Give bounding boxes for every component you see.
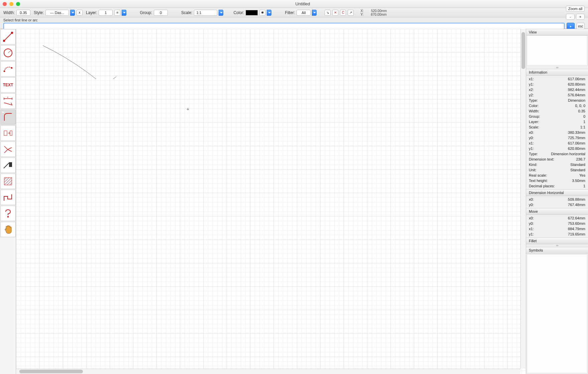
svg-point-2 [11, 32, 13, 34]
panel-resize-handle[interactable] [526, 244, 588, 247]
snap-endpoint-icon[interactable]: ↘ [325, 10, 331, 16]
chevron-down-icon[interactable] [312, 10, 317, 16]
command-row: Select first line or arc ▸ esc [0, 17, 588, 29]
crosshair-cursor-icon: + [187, 106, 189, 112]
coord-x-value: 520.00mm [371, 9, 387, 13]
scrollbar-thumb[interactable] [19, 370, 83, 373]
color-label: Color: [233, 10, 244, 15]
filter-select[interactable]: All [297, 10, 311, 16]
fillet-tool[interactable] [0, 109, 16, 125]
scrollbar-thumb[interactable] [521, 32, 525, 69]
mirror-tool[interactable] [0, 125, 16, 141]
info-y1: 620.80mm [568, 82, 585, 87]
delete-tool[interactable] [0, 158, 16, 173]
arc-tool[interactable] [0, 61, 16, 77]
coordinates-readout: X:520.00mm Y:870.00mm [360, 9, 387, 16]
symbols-panel-title[interactable]: Symbols [526, 247, 588, 254]
info-y2: 576.84mm [568, 93, 585, 97]
symbols-panel-body [527, 254, 587, 373]
info-kind: Standard [570, 162, 585, 167]
titlebar: Untitled [0, 0, 588, 8]
major-grid [16, 29, 526, 374]
style-clear-button[interactable]: x [77, 10, 83, 16]
layer-label: Layer: [86, 10, 97, 15]
coord-y-value: 870.00mm [371, 13, 386, 16]
minimize-icon[interactable] [9, 2, 13, 6]
view-panel-body [527, 35, 587, 66]
horizontal-scrollbar[interactable] [16, 369, 520, 374]
dimh-panel-title[interactable]: Dimension Horizontal [526, 189, 588, 196]
command-submit-button[interactable]: ▸ [567, 23, 575, 29]
information-panel-body: x1:617.06mm y1:620.80mm x2:982.44mm y2:5… [526, 76, 588, 189]
information-panel-title[interactable]: Information [526, 69, 588, 76]
vertical-scrollbar[interactable] [520, 29, 526, 369]
dimension-tool[interactable]: x [0, 93, 16, 109]
canvas[interactable]: + [16, 29, 526, 374]
panel-resize-handle[interactable] [526, 66, 588, 69]
info-x0: 380.33mm [568, 130, 585, 135]
snap-center-icon[interactable]: C [340, 10, 346, 16]
info-x1: 617.06mm [568, 77, 585, 81]
svg-rect-10 [9, 163, 12, 167]
info-y0: 725.79mm [568, 135, 585, 140]
trim-tool[interactable] [0, 142, 16, 157]
close-icon[interactable] [3, 2, 7, 6]
move-panel-title[interactable]: Move [526, 208, 588, 215]
svg-line-0 [4, 33, 12, 41]
svg-point-6 [11, 67, 12, 69]
zoom-controls: Zoom all - + [566, 6, 585, 20]
scale-select[interactable]: 1:1 [194, 10, 217, 16]
svg-text:x: x [7, 96, 8, 99]
info-x1b: 617.06mm [568, 141, 585, 146]
coord-y-label: Y: [360, 13, 363, 16]
group-input[interactable]: 0 [154, 10, 168, 16]
style-label: Style: [34, 10, 44, 15]
gear-icon[interactable]: ✺ [259, 10, 265, 16]
info-dimtext: 236.7 [576, 157, 585, 162]
snap-arrow-icon[interactable]: ↗ [348, 10, 354, 16]
move-y0: 753.60mm [568, 221, 585, 226]
layer-input[interactable]: 1 [99, 10, 113, 16]
filter-label: Filter: [285, 10, 295, 15]
color-swatch[interactable] [246, 10, 258, 15]
command-input[interactable] [3, 23, 565, 29]
help-tool[interactable] [0, 206, 16, 221]
chevron-down-icon[interactable] [70, 10, 75, 16]
circle-tool[interactable] [0, 45, 16, 61]
info-group: 0 [583, 114, 585, 119]
width-label: Width: [3, 10, 15, 15]
zoom-icon[interactable] [16, 2, 20, 6]
hatch-tool[interactable] [0, 174, 16, 189]
snap-x-icon[interactable]: ✕ [332, 10, 338, 16]
move-y1: 719.65mm [568, 232, 585, 237]
pan-tool[interactable] [0, 222, 16, 237]
info-y1b: 620.80mm [568, 146, 585, 151]
zoom-all-button[interactable]: Zoom all [566, 6, 585, 12]
esc-button[interactable]: esc [577, 23, 585, 29]
svg-point-1 [3, 40, 5, 42]
scale-label: Scale: [181, 10, 192, 15]
chevron-down-icon[interactable] [219, 10, 223, 16]
chevron-down-icon[interactable] [122, 10, 126, 16]
chevron-down-icon[interactable] [267, 10, 271, 16]
dimh-x0: 509.88mm [568, 197, 585, 202]
info-unit: Standard [570, 168, 585, 172]
svg-point-13 [7, 216, 9, 217]
info-type2: Dimension horizontal [551, 152, 585, 156]
info-color: 0, 0, 0 [575, 103, 585, 108]
text-tool[interactable]: TEXT [0, 77, 16, 93]
svg-rect-11 [9, 162, 12, 163]
line-tool[interactable] [0, 29, 16, 44]
move-panel-body: x0:672.64mm y0:753.60mm x1:884.79mm y1:7… [526, 215, 588, 238]
view-panel-title[interactable]: View [526, 29, 588, 35]
fillet-panel-title[interactable]: Fillet [526, 238, 588, 244]
move-x1: 884.79mm [568, 226, 585, 231]
style-select[interactable]: --- Das... [45, 10, 69, 16]
svg-line-4 [8, 51, 11, 53]
width-input[interactable]: 0.35 [16, 10, 30, 16]
svg-rect-9 [10, 131, 12, 135]
info-width: 0.35 [578, 109, 585, 113]
polyline-tool[interactable] [0, 190, 16, 205]
layer-list-icon[interactable]: ≡ [114, 10, 120, 16]
window-title: Untitled [20, 1, 585, 6]
